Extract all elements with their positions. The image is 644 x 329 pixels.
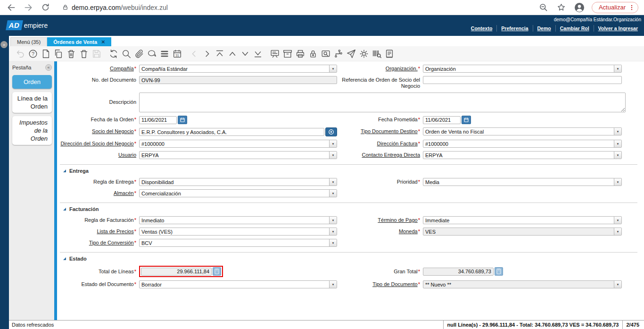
estado-documento-dropdown-icon[interactable]: ▼	[329, 281, 337, 288]
link-demo[interactable]: Demo	[533, 25, 555, 32]
direccion-factura-combobox[interactable]: ▼	[423, 140, 622, 148]
referencia-input[interactable]	[423, 76, 622, 84]
organizacion-input[interactable]	[423, 65, 614, 72]
organizacion-dropdown-icon[interactable]: ▼	[614, 65, 621, 72]
regla-entrega-input[interactable]	[140, 178, 329, 186]
profile-avatar[interactable]	[574, 2, 585, 13]
label-direccion-socio[interactable]: Dirección del Socio del Negocio	[60, 141, 133, 146]
browser-update-button[interactable]: Actualizar	[592, 2, 638, 13]
moneda-input[interactable]	[423, 228, 614, 235]
regla-facturacion-combobox[interactable]: ▼	[139, 216, 337, 224]
menu-expand-button[interactable]: »	[0, 41, 8, 48]
refresh-button[interactable]	[107, 47, 120, 60]
label-termino-pago[interactable]: Término de Pago	[378, 217, 417, 223]
undo-button[interactable]	[14, 47, 26, 60]
direccion-socio-dropdown-icon[interactable]: ▼	[329, 140, 337, 147]
termino-pago-combobox[interactable]: ▼	[423, 216, 622, 224]
contacto-input[interactable]	[423, 152, 614, 159]
label-socio[interactable]: Socio del Negocio	[92, 128, 134, 134]
link-contexto[interactable]: Contexto	[467, 25, 497, 32]
moneda-combobox[interactable]: ▼	[423, 228, 622, 236]
label-lista-precios[interactable]: Lista de Precios	[97, 228, 133, 234]
almacen-input[interactable]	[140, 190, 329, 197]
gran-total-calculator-button[interactable]	[495, 267, 503, 276]
link-preferencia[interactable]: Preferencia	[496, 25, 532, 32]
tipo-documento-dropdown-icon[interactable]: ▼	[614, 281, 621, 288]
sidebar-tab-orden[interactable]: Orden	[12, 75, 52, 89]
delete-selection-button[interactable]	[77, 47, 90, 60]
direccion-factura-input[interactable]	[423, 140, 614, 147]
tipo-doc-destino-combobox[interactable]: ▼	[423, 127, 622, 135]
almacen-dropdown-icon[interactable]: ▼	[329, 190, 337, 197]
compania-input[interactable]	[140, 65, 329, 72]
report-button[interactable]	[383, 47, 396, 60]
total-lineas-calculator-button[interactable]	[213, 267, 221, 276]
first-record-button[interactable]	[213, 47, 226, 60]
address-bar[interactable]: demo.erpya.com/webui/index.zul	[62, 4, 168, 11]
label-almacen[interactable]: Almacén	[114, 190, 134, 196]
workflow-button[interactable]	[332, 47, 345, 60]
help-button[interactable]: ?	[26, 47, 39, 60]
tab-close-icon[interactable]: ×	[101, 40, 105, 44]
regla-facturacion-dropdown-icon[interactable]: ▼	[329, 217, 337, 224]
bookmark-star-icon[interactable]	[556, 2, 567, 13]
tipo-doc-destino-input[interactable]	[423, 128, 614, 135]
prioridad-input[interactable]	[423, 178, 614, 186]
fecha-prometida-input[interactable]	[423, 116, 461, 124]
link-volver-a-ingresar[interactable]: Volver a Ingresar	[594, 25, 642, 32]
estado-documento-combobox[interactable]: ▼	[139, 280, 337, 288]
usuario-dropdown-icon[interactable]: ▼	[329, 152, 337, 159]
save-button[interactable]	[90, 47, 103, 60]
reload-icon[interactable]	[40, 2, 51, 13]
sidebar-collapse-button[interactable]: «	[45, 64, 52, 71]
find-button[interactable]	[120, 47, 132, 60]
tipo-conversion-input[interactable]	[140, 239, 329, 246]
label-tipo-documento[interactable]: Tipo de Documento	[372, 281, 418, 287]
zoom-out-icon[interactable]	[538, 2, 549, 13]
grid-toggle-button[interactable]	[268, 47, 281, 60]
usuario-combobox[interactable]: ▼	[139, 151, 337, 159]
prioridad-dropdown-icon[interactable]: ▼	[614, 178, 621, 186]
lista-precios-combobox[interactable]: ▼	[139, 228, 337, 236]
estado-documento-input[interactable]	[140, 281, 329, 288]
fecha-orden-calendar-button[interactable]	[178, 116, 187, 124]
label-contacto[interactable]: Contacto Entrega Directa	[362, 152, 420, 158]
label-moneda[interactable]: Moneda	[399, 228, 418, 234]
descripcion-textarea[interactable]	[139, 93, 626, 112]
socio-input[interactable]	[139, 128, 324, 136]
tipo-conversion-combobox[interactable]: ▼	[139, 239, 337, 247]
lista-precios-input[interactable]	[140, 228, 329, 235]
sidebar-tab-impuestos-de-la-orden[interactable]: Impuestos de la Orden	[12, 116, 52, 145]
copy-record-button[interactable]	[52, 47, 65, 60]
new-record-button[interactable]	[39, 47, 52, 60]
regla-entrega-dropdown-icon[interactable]: ▼	[329, 178, 337, 186]
zoom-across-button[interactable]	[319, 47, 332, 60]
delete-record-button[interactable]	[65, 47, 77, 60]
prioridad-combobox[interactable]: ▼	[423, 178, 622, 186]
organizacion-combobox[interactable]: ▼	[423, 65, 622, 73]
section-estado[interactable]: Estado	[60, 252, 637, 262]
parent-record-button[interactable]	[188, 47, 200, 60]
preferences-button[interactable]	[357, 47, 370, 60]
lock-record-button[interactable]	[306, 47, 319, 60]
regla-facturacion-input[interactable]	[140, 217, 329, 224]
archive-button[interactable]	[281, 47, 294, 60]
direccion-factura-dropdown-icon[interactable]: ▼	[614, 140, 621, 147]
direccion-socio-combobox[interactable]: ▼	[139, 140, 337, 148]
section-facturacion[interactable]: Facturación	[60, 202, 637, 212]
no-documento-input[interactable]	[139, 76, 337, 84]
termino-pago-input[interactable]	[423, 217, 614, 224]
attachment-button[interactable]	[132, 47, 145, 60]
contacto-combobox[interactable]: ▼	[423, 151, 622, 159]
contacto-dropdown-icon[interactable]: ▼	[614, 152, 621, 159]
almacen-combobox[interactable]: ▼	[139, 189, 337, 197]
calendar-button[interactable]: 31	[171, 47, 183, 60]
lista-precios-dropdown-icon[interactable]: ▼	[329, 228, 337, 235]
product-info-button[interactable]	[370, 47, 383, 60]
usuario-input[interactable]	[140, 152, 329, 159]
detail-record-button[interactable]	[200, 47, 213, 60]
previous-record-button[interactable]	[226, 47, 239, 60]
last-record-button[interactable]	[251, 47, 264, 60]
label-tipo-doc-destino[interactable]: Tipo Documento Destino	[361, 128, 418, 134]
tipo-documento-input[interactable]	[423, 281, 614, 288]
